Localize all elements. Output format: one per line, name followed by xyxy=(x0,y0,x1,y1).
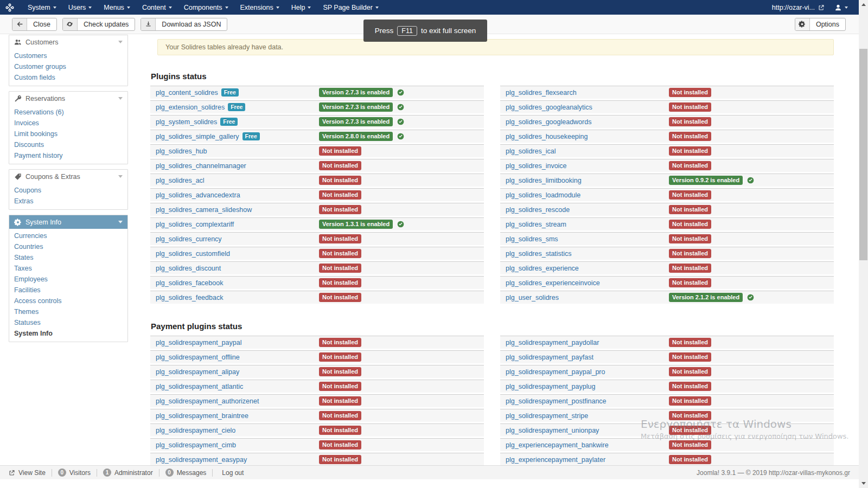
plugin-name-link[interactable]: plg_solidrespayment_paydollar xyxy=(506,339,599,346)
plugin-name-link[interactable]: plg_solidres_experienceinvoice xyxy=(506,279,600,287)
sidebar-item-coupons[interactable]: Coupons xyxy=(9,185,127,196)
sidebar-item-employees[interactable]: Employees xyxy=(9,274,127,285)
plugin-name-link[interactable]: plg_solidres_advancedextra xyxy=(156,191,240,199)
menu-item-menus[interactable]: Menus xyxy=(98,0,136,15)
sidebar-item-payment-history[interactable]: Payment history xyxy=(9,150,127,161)
menu-item-components[interactable]: Components xyxy=(178,0,234,15)
plugin-name-link[interactable]: plg_solidrespayment_alipay xyxy=(156,368,239,376)
sidebar-item-extras[interactable]: Extras xyxy=(9,196,127,207)
sidebar-item-reservations-6-[interactable]: Reservations (6) xyxy=(9,107,127,118)
plugin-name-link[interactable]: plg_solidrespayment_authorizenet xyxy=(156,397,259,405)
plugin-name-link[interactable]: plg_solidrespayment_payplug xyxy=(506,383,595,390)
plugin-name-link[interactable]: plg_solidres_currency xyxy=(156,235,222,243)
plugin-row: plg_solidrespayment_braintree Not instal… xyxy=(150,409,484,422)
plugin-name-link[interactable]: plg_solidrespayment_braintree xyxy=(156,412,248,420)
sidebar-item-currencies[interactable]: Currencies xyxy=(9,230,127,241)
plugin-name-link[interactable]: plg_solidrespayment_unionpay xyxy=(506,427,599,434)
plugin-name-link[interactable]: plg_solidres_customfield xyxy=(156,250,230,258)
status-bar-administrator[interactable]: 1 Administrator xyxy=(103,468,153,477)
site-url-label: http://ozar-vi... xyxy=(772,4,815,11)
scroll-up-arrow[interactable] xyxy=(859,0,868,9)
plugin-name-link[interactable]: plg_solidres_googleanalytics xyxy=(506,104,592,111)
plugin-name-link[interactable]: plg_solidres_googleadwords xyxy=(506,118,591,126)
plugin-name-link[interactable]: plg_solidrespayment_cielo xyxy=(156,427,235,434)
plugin-name-link[interactable]: plg_solidres_experience xyxy=(506,265,579,272)
plugin-name-link[interactable]: plg_solidres_statistics xyxy=(506,250,572,258)
options-button[interactable]: Options xyxy=(795,18,846,31)
preview-site-link[interactable]: http://ozar-vi... xyxy=(767,4,830,11)
menu-item-system[interactable]: System xyxy=(22,0,62,15)
plugin-name-link[interactable]: plg_content_solidres xyxy=(156,89,218,97)
plugin-name-link[interactable]: plg_solidres_stream xyxy=(506,221,566,228)
plugin-name-link[interactable]: plg_solidres_feedback xyxy=(156,294,223,301)
status-bar-visitors[interactable]: 0 Visitors xyxy=(58,468,91,477)
vertical-scrollbar[interactable] xyxy=(859,0,868,488)
gear-icon xyxy=(795,18,810,30)
plugin-name-link[interactable]: plg_solidrespayment_paypal xyxy=(156,339,241,346)
sidebar-item-custom-fields[interactable]: Custom fields xyxy=(9,72,127,83)
plugin-name-link[interactable]: plg_solidrespayment_paypal_pro xyxy=(506,368,605,376)
menu-item-content[interactable]: Content xyxy=(136,0,178,15)
plugin-row: plg_solidrespayment_payplug Not installe… xyxy=(500,380,834,393)
plugin-name-link[interactable]: plg_solidres_camera_slideshow xyxy=(156,206,252,214)
plugin-name-link[interactable]: plg_user_solidres xyxy=(506,294,559,301)
plugin-name-link[interactable]: plg_solidres_rescode xyxy=(506,206,570,214)
plugin-name-link[interactable]: plg_solidrespayment_offline xyxy=(156,354,240,361)
joomla-logo-icon[interactable] xyxy=(5,3,14,12)
plugin-name-link[interactable]: plg_solidres_facebook xyxy=(156,279,223,287)
close-button[interactable]: Close xyxy=(12,18,57,31)
plugin-name-link[interactable]: plg_solidres_flexsearch xyxy=(506,89,577,97)
plugin-name-link[interactable]: plg_solidrespayment_postfinance xyxy=(506,397,607,405)
sidebar-item-customers[interactable]: Customers xyxy=(9,50,127,61)
sidebar-item-states[interactable]: States xyxy=(9,252,127,263)
sidebar-panel-header[interactable]: Reservations xyxy=(9,92,127,105)
sidebar-item-access-controls[interactable]: Access controls xyxy=(9,296,127,306)
plugin-name-link[interactable]: plg_solidres_complextariff xyxy=(156,221,234,228)
plugin-name-link[interactable]: plg_solidres_limitbooking xyxy=(506,177,582,184)
menu-item-users[interactable]: Users xyxy=(62,0,98,15)
plugin-name-link[interactable]: plg_experiencepayment_bankwire xyxy=(506,441,609,449)
sidebar-item-facilities[interactable]: Facilities xyxy=(9,285,127,296)
plugin-name-link[interactable]: plg_solidrespayment_stripe xyxy=(506,412,588,420)
sidebar-item-invoices[interactable]: Invoices xyxy=(9,118,127,129)
sidebar-panel-header[interactable]: Customers xyxy=(9,35,127,49)
sidebar-item-countries[interactable]: Countries xyxy=(9,241,127,252)
user-menu[interactable] xyxy=(830,4,852,11)
plugin-name-link[interactable]: plg_system_solidres xyxy=(156,118,217,126)
sidebar-item-system-info[interactable]: System Info xyxy=(9,328,127,339)
plugin-name-link[interactable]: plg_solidrespayment_atlantic xyxy=(156,383,243,390)
plugin-name-link[interactable]: plg_solidres_simple_gallery xyxy=(156,133,239,140)
sidebar-item-discounts[interactable]: Discounts xyxy=(9,139,127,150)
sidebar-item-limit-bookings[interactable]: Limit bookings xyxy=(9,129,127,139)
download-json-button[interactable]: Download as JSON xyxy=(141,18,227,31)
menu-item-help[interactable]: Help xyxy=(285,0,317,15)
plugin-name-link[interactable]: plg_solidres_acl xyxy=(156,177,205,184)
plugin-name-link[interactable]: plg_solidres_channelmanager xyxy=(156,162,246,170)
scroll-down-arrow[interactable] xyxy=(859,479,868,488)
sidebar-item-statuses[interactable]: Statuses xyxy=(9,317,127,328)
plugin-name-link[interactable]: plg_solidres_hub xyxy=(156,147,207,155)
plugin-name-link[interactable]: plg_extension_solidres xyxy=(156,104,225,111)
menu-item-extensions[interactable]: Extensions xyxy=(234,0,285,15)
sidebar-panel-header[interactable]: Coupons & Extras xyxy=(9,170,127,183)
status-bar-log-out[interactable]: Log out xyxy=(219,469,244,477)
status-bar-view-site[interactable]: View Site xyxy=(9,469,46,477)
check-updates-button[interactable]: Check updates xyxy=(62,18,135,31)
plugin-name-link[interactable]: plg_solidres_ical xyxy=(506,147,556,155)
plugin-name-link[interactable]: plg_solidres_sms xyxy=(506,235,558,243)
plugin-name-link[interactable]: plg_experiencepayment_paylater xyxy=(506,456,605,464)
sidebar-item-customer-groups[interactable]: Customer groups xyxy=(9,61,127,72)
menu-item-sp-page-builder[interactable]: SP Page Builder xyxy=(317,0,385,15)
plugin-name-link[interactable]: plg_solidrespayment_easypay xyxy=(156,456,247,464)
sidebar-item-taxes[interactable]: Taxes xyxy=(9,263,127,274)
plugin-name-link[interactable]: plg_solidres_loadmodule xyxy=(506,191,580,199)
plugin-name-link[interactable]: plg_solidrespayment_payfast xyxy=(506,354,593,361)
status-bar-messages[interactable]: 0 Messages xyxy=(165,468,207,477)
sidebar-panel-header[interactable]: System Info xyxy=(9,215,127,229)
plugin-name-link[interactable]: plg_solidres_invoice xyxy=(506,162,567,170)
plugin-name-link[interactable]: plg_solidres_housekeeping xyxy=(506,133,588,140)
plugin-name-link[interactable]: plg_solidres_discount xyxy=(156,265,221,272)
sidebar-item-themes[interactable]: Themes xyxy=(9,306,127,317)
scrollbar-thumb[interactable] xyxy=(859,49,867,260)
plugin-name-link[interactable]: plg_solidrespayment_cimb xyxy=(156,441,236,449)
